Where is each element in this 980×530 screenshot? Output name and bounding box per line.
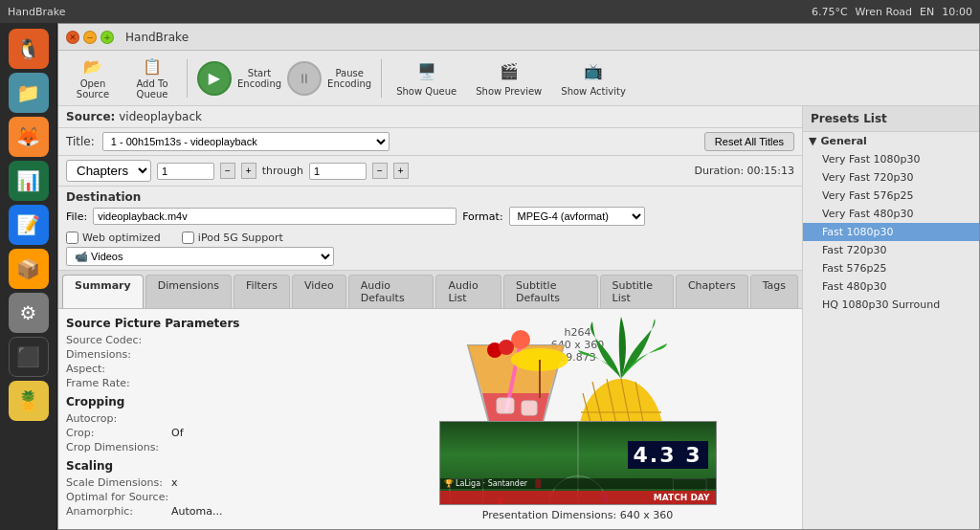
summary-left-panel: Source Picture Parameters Source Codec: … [66,317,353,521]
start-encoding-label: StartEncoding [237,68,281,89]
dock-icon-settings[interactable]: ⚙️ [9,293,49,333]
toolbar-separator-2 [381,59,382,98]
location: Wren Road [856,6,913,18]
svg-point-6 [511,330,530,349]
chapters-to-decrement[interactable]: − [372,163,388,179]
reset-all-titles-button[interactable]: Reset All Titles [704,132,794,151]
toolbar: 📂 OpenSource 📋 Add ToQueue ▶ StartEncodi… [58,51,979,106]
optimal-key: Optimal for Source: [66,491,171,503]
show-queue-label: Show Queue [396,86,457,97]
tab-chapters[interactable]: Chapters [676,275,748,308]
crop-val: Of [171,427,184,439]
tab-audio-defaults[interactable]: Audio Defaults [348,275,434,308]
dock-icon-handbrake[interactable]: 🍍 [9,381,49,421]
show-activity-button[interactable]: 📺 Show Activity [552,55,635,102]
add-to-queue-button[interactable]: 📋 Add ToQueue [123,55,181,102]
show-activity-icon: 📺 [582,60,605,83]
duration-value: 00:15:13 [747,165,794,177]
preset-fast-480p30[interactable]: Fast 480p30 [803,277,979,296]
preset-very-fast-720p30[interactable]: Very Fast 720p30 [803,168,979,187]
preset-fast-720p30[interactable]: Fast 720p30 [803,241,979,259]
window-title: HandBrake [125,31,189,44]
aspect-row: Aspect: [66,363,353,375]
chapters-from-decrement[interactable]: − [220,163,235,179]
ipod-support-label: iPod 5G Support [198,232,283,244]
anamorphic-key: Anamorphic: [66,505,171,518]
content-area: Source: videoplayback Title: 1 - 00h15m1… [58,106,979,529]
dock-icon-terminal[interactable]: ⬛ [9,337,49,377]
dimensions-key: Dimensions: [66,348,171,361]
web-optimized-checkbox[interactable] [66,232,78,244]
preset-hq-1080p30-surround[interactable]: HQ 1080p30 Surround [803,296,979,314]
tab-tags[interactable]: Tags [750,275,798,308]
title-label: Title: [66,135,95,148]
match-day-banner: MATCH DAY [440,491,716,504]
chapters-select[interactable]: Chapters [66,160,151,182]
lang-indicator: EN [920,6,934,18]
chapters-row: Chapters − + through − + Duration: 00:15… [58,156,802,187]
pause-encoding-button[interactable]: ⏸ [287,61,322,96]
preset-group-general[interactable]: ▼ General [803,132,979,150]
show-preview-label: Show Preview [476,86,542,97]
tab-subtitle-list[interactable]: Subtitle List [600,275,674,308]
web-optimized-row: Web optimized [66,232,161,244]
show-preview-icon: 🎬 [498,60,521,83]
preset-fast-576p25[interactable]: Fast 576p25 [803,259,979,277]
tab-subtitle-defaults[interactable]: Subtitle Defaults [503,275,598,308]
tab-dimensions[interactable]: Dimensions [145,275,232,308]
match-day-text: MATCH DAY [654,493,710,502]
dock-icon-firefox[interactable]: 🦊 [9,117,49,157]
format-select[interactable]: MPEG-4 (avformat) [509,207,645,226]
add-queue-label: Add ToQueue [136,78,167,99]
match-score: 4.3 3 [634,443,702,467]
anamorphic-row: Anamorphic: Automa... [66,505,353,518]
tab-video[interactable]: Video [292,275,346,308]
open-source-button[interactable]: 📂 OpenSource [64,55,122,102]
crop-dims-row: Crop Dimensions: [66,441,353,453]
dock-icon-doc[interactable]: 📝 [9,205,49,245]
ipod-support-row: iPod 5G Support [182,232,283,244]
show-preview-button[interactable]: 🎬 Show Preview [467,55,550,102]
folder-select[interactable]: 📹 Videos [66,247,334,266]
minimize-button[interactable]: − [83,31,97,44]
scaling-title: Scaling [66,459,353,473]
preview-area: h264640 x 36029.873 [361,317,794,521]
show-queue-icon: 🖥️ [415,60,438,83]
cropping-title: Cropping [66,395,353,409]
scale-dims-key: Scale Dimensions: [66,476,171,489]
dock-icon-files[interactable]: 📁 [9,73,49,113]
tab-audio-list[interactable]: Audio List [435,275,501,308]
destination-options-row: Web optimized iPod 5G Support [66,229,794,244]
chapters-to-input[interactable] [309,163,367,180]
preset-group-label: General [820,135,866,147]
destination-folder-row: 📹 Videos [66,247,794,266]
presets-title: Presets List [803,106,979,132]
chapters-to-increment[interactable]: + [393,163,409,179]
chapters-from-increment[interactable]: + [241,163,256,179]
dimensions-row: Dimensions: [66,348,353,361]
preset-very-fast-576p25[interactable]: Very Fast 576p25 [803,187,979,205]
title-select[interactable]: 1 - 00h15m13s - videoplayback [102,132,390,151]
svg-rect-12 [522,401,537,415]
show-activity-label: Show Activity [561,86,626,97]
tab-filters[interactable]: Filters [234,275,290,308]
preset-very-fast-1080p30[interactable]: Very Fast 1080p30 [803,150,979,168]
soccer-field: 4.3 3 🏆 LaLiga · Santander MATCH DAY [440,422,716,504]
show-queue-button[interactable]: 🖥️ Show Queue [388,55,465,102]
tab-summary[interactable]: Summary [62,275,144,308]
destination-file-row: File: Format: MPEG-4 (avformat) [66,207,794,226]
ipod-support-checkbox[interactable] [182,232,194,244]
close-button[interactable]: ✕ [66,31,79,44]
dock-icon-amazon[interactable]: 📦 [9,249,49,289]
presets-panel: Presets List ▼ General Very Fast 1080p30… [802,106,979,529]
start-encoding-button[interactable]: ▶ [197,61,232,96]
system-bar-left: HandBrake [8,6,66,18]
chapters-from-input[interactable] [157,163,214,180]
dock-icon-spreadsheet[interactable]: 📊 [9,161,49,201]
file-path-input[interactable] [93,208,457,225]
anamorphic-val: Automa... [171,505,223,518]
preset-very-fast-480p30[interactable]: Very Fast 480p30 [803,205,979,223]
dock-icon-ubuntu[interactable]: 🐧 [9,29,49,69]
maximize-button[interactable]: + [100,31,114,44]
preset-fast-1080p30[interactable]: Fast 1080p30 [803,223,979,241]
